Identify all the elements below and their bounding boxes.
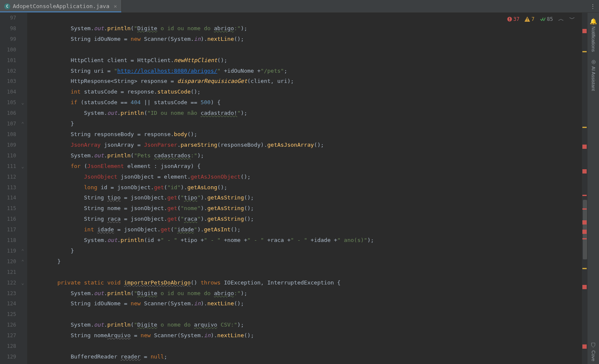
notifications-tool[interactable]: 🔔 Notifications bbox=[590, 15, 597, 54]
code-content[interactable]: System.out.println("Digite o id ou nome … bbox=[27, 13, 582, 364]
line-number-gutter[interactable]: 9798991001011021031041051061071081091101… bbox=[0, 13, 20, 364]
chevron-down-icon[interactable]: ﹀ bbox=[569, 15, 575, 23]
svg-rect-4 bbox=[527, 20, 527, 21]
tab-bar: C AdopetConsoleApplication.java × ⋮ bbox=[0, 0, 599, 13]
tab-filename: AdopetConsoleApplication.java bbox=[13, 3, 109, 9]
warning-count[interactable]: 7 bbox=[524, 16, 534, 22]
error-icon bbox=[507, 17, 512, 22]
fold-gutter[interactable]: ⌄⌃⌄⌃⌃⌄ bbox=[20, 13, 27, 364]
editor-area: 9798991001011021031041051061071081091101… bbox=[0, 13, 599, 364]
inspections-widget[interactable]: 37 7 85 ︿ ﹀ bbox=[507, 15, 575, 23]
svg-rect-3 bbox=[527, 18, 527, 20]
chevron-up-icon[interactable]: ︿ bbox=[558, 15, 564, 23]
close-icon[interactable]: × bbox=[114, 3, 117, 9]
right-toolwindow-bar: 🔔 Notifications ◎ AI Assistant ⛉ Cove bbox=[587, 13, 599, 364]
weak-warning-count[interactable]: 85 bbox=[540, 16, 553, 22]
tab-menu-icon[interactable]: ⋮ bbox=[586, 0, 599, 12]
tab-spacer bbox=[122, 0, 586, 12]
bell-icon: 🔔 bbox=[590, 18, 597, 25]
error-stripe[interactable] bbox=[582, 13, 587, 364]
editor-tab[interactable]: C AdopetConsoleApplication.java × bbox=[0, 0, 122, 12]
coverage-tool[interactable]: ⛉ Cove bbox=[590, 340, 596, 364]
shield-icon: ⛉ bbox=[590, 342, 596, 349]
error-count[interactable]: 37 bbox=[507, 16, 519, 22]
ai-assistant-tool[interactable]: ◎ AI Assistant bbox=[591, 56, 596, 93]
svg-rect-2 bbox=[509, 20, 510, 21]
svg-rect-1 bbox=[509, 18, 510, 20]
warning-icon bbox=[524, 17, 530, 22]
ai-icon: ◎ bbox=[591, 59, 596, 65]
check-icon bbox=[540, 17, 546, 21]
class-icon: C bbox=[4, 3, 10, 9]
